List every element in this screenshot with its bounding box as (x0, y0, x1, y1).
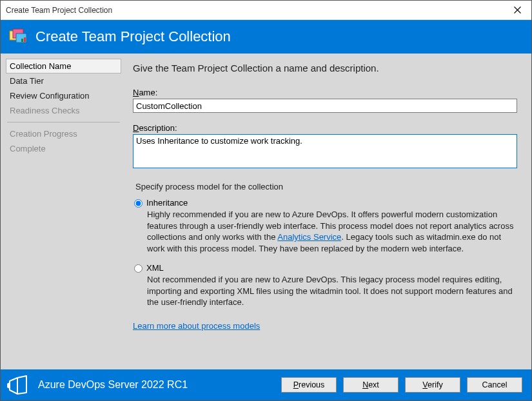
wizard-sidebar: Collection Name Data Tier Review Configu… (1, 54, 126, 369)
title-bar: Create Team Project Collection (1, 1, 531, 20)
sidebar-item-readiness-checks: Readiness Checks (6, 103, 121, 118)
sidebar-item-creation-progress: Creation Progress (6, 126, 121, 141)
footer-brand: Azure DevOps Server 2022 RC1 (38, 379, 276, 391)
svg-rect-6 (24, 37, 26, 42)
main-panel: Give the Team Project Collection a name … (126, 54, 531, 369)
radio-label-inheritance: Inheritance (146, 198, 188, 208)
header-band: Create Team Project Collection (1, 20, 531, 54)
name-label: Name: (133, 88, 520, 97)
header-title: Create Team Project Collection (35, 28, 231, 45)
radio-row-inheritance: Inheritance (133, 198, 520, 208)
window-title: Create Team Project Collection (6, 6, 503, 15)
learn-more-link[interactable]: Learn more about process models (133, 321, 260, 331)
sidebar-item-collection-name[interactable]: Collection Name (6, 59, 121, 73)
collection-icon (8, 28, 28, 45)
sidebar-item-complete: Complete (6, 141, 121, 156)
verify-button[interactable]: Verify (405, 377, 460, 393)
cancel-button[interactable]: Cancel (467, 377, 522, 393)
close-button[interactable] (503, 1, 531, 20)
page-subtitle: Give the Team Project Collection a name … (133, 63, 520, 73)
dialog-body: Collection Name Data Tier Review Configu… (1, 54, 531, 369)
radio-desc-xml: Not recommended if you are new to Azure … (147, 274, 516, 308)
footer-buttons: Previous Next Verify Cancel (281, 377, 522, 393)
name-input[interactable] (133, 99, 517, 113)
close-icon (514, 6, 521, 14)
azure-devops-icon (7, 375, 29, 395)
next-button[interactable]: Next (343, 377, 399, 393)
footer-band: Azure DevOps Server 2022 RC1 Previous Ne… (1, 369, 531, 400)
description-input[interactable]: Uses Inheritance to customize work track… (133, 134, 517, 168)
process-model-heading: Specify process model for the collection (135, 182, 520, 191)
svg-rect-5 (21, 39, 23, 42)
analytics-service-link[interactable]: Analytics Service (277, 232, 341, 242)
radio-inheritance[interactable] (134, 199, 143, 208)
dialog-window: Create Team Project Collection Create Te… (0, 0, 532, 401)
previous-button[interactable]: Previous (281, 377, 337, 393)
sidebar-divider (7, 122, 120, 122)
description-label: Description: (133, 123, 520, 133)
radio-desc-inheritance: Highly recommended if you are new to Azu… (147, 209, 516, 254)
radio-xml[interactable] (134, 264, 143, 273)
sidebar-item-data-tier[interactable]: Data Tier (6, 73, 121, 88)
radio-row-xml: XML (133, 263, 520, 273)
radio-label-xml: XML (146, 263, 164, 273)
sidebar-item-review-configuration[interactable]: Review Configuration (6, 88, 121, 103)
